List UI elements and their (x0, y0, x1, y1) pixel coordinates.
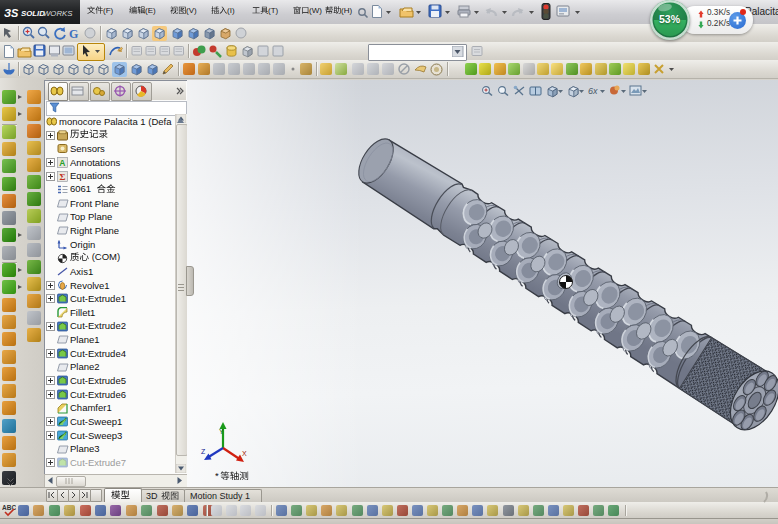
svg-text:Σ: Σ (59, 171, 65, 181)
svg-text:3D: 3D (146, 491, 160, 501)
svg-text:ЗS: ЗS (4, 7, 19, 19)
svg-text:Z: Z (201, 448, 206, 455)
svg-text:Y: Y (219, 428, 224, 435)
svg-text:6061: 6061 (70, 184, 94, 194)
svg-text:*: * (215, 471, 219, 481)
svg-text:(COM): (COM) (89, 252, 120, 262)
svg-text:G: G (69, 27, 78, 41)
svg-text:SOLID: SOLID (21, 9, 45, 18)
svg-text:X: X (242, 450, 247, 457)
svg-text:WORKS: WORKS (43, 9, 73, 18)
svg-text:A: A (59, 158, 65, 168)
